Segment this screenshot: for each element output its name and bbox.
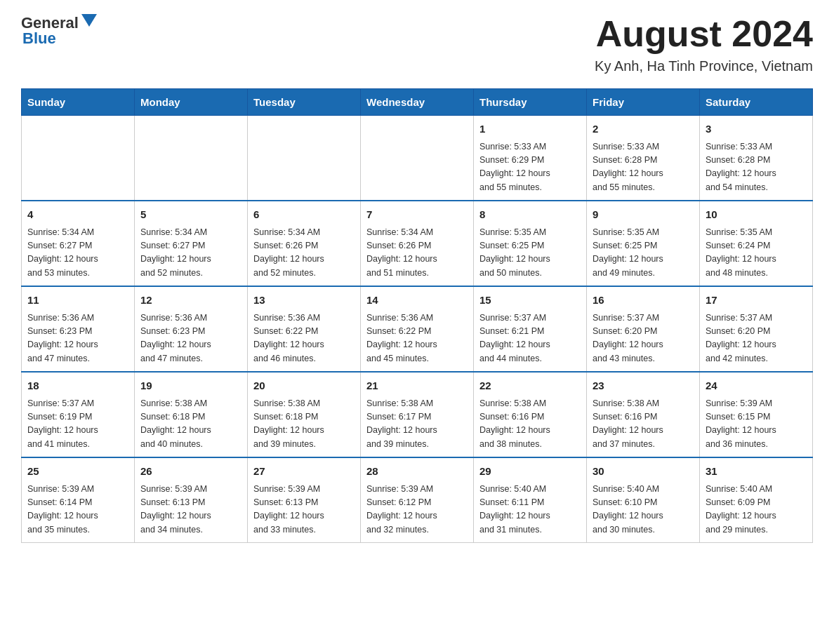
day-info: Sunrise: 5:34 AM Sunset: 6:27 PM Dayligh…	[27, 226, 128, 281]
svg-marker-0	[81, 14, 97, 27]
calendar-day-cell: 15Sunrise: 5:37 AM Sunset: 6:21 PM Dayli…	[474, 286, 587, 372]
day-number: 31	[706, 464, 807, 480]
day-number: 6	[253, 207, 355, 223]
day-number: 26	[140, 464, 241, 480]
calendar-day-cell: 22Sunrise: 5:38 AM Sunset: 6:16 PM Dayli…	[474, 372, 587, 457]
day-info: Sunrise: 5:35 AM Sunset: 6:24 PM Dayligh…	[706, 226, 807, 281]
day-info: Sunrise: 5:35 AM Sunset: 6:25 PM Dayligh…	[593, 226, 694, 281]
day-number: 23	[593, 378, 694, 394]
day-info: Sunrise: 5:39 AM Sunset: 6:14 PM Dayligh…	[27, 483, 128, 537]
calendar-day-cell: 30Sunrise: 5:40 AM Sunset: 6:10 PM Dayli…	[587, 457, 700, 543]
day-number: 24	[706, 378, 807, 394]
logo: General Blue	[21, 14, 97, 48]
day-number: 3	[706, 121, 807, 137]
calendar-header-sunday: Sunday	[22, 89, 135, 116]
calendar-day-cell: 6Sunrise: 5:34 AM Sunset: 6:26 PM Daylig…	[248, 201, 361, 286]
day-info: Sunrise: 5:36 AM Sunset: 6:23 PM Dayligh…	[27, 311, 128, 366]
calendar-header-friday: Friday	[587, 89, 700, 116]
calendar-day-cell: 27Sunrise: 5:39 AM Sunset: 6:13 PM Dayli…	[248, 457, 361, 543]
day-number: 8	[479, 207, 581, 223]
calendar-day-cell: 31Sunrise: 5:40 AM Sunset: 6:09 PM Dayli…	[700, 457, 813, 543]
day-number: 21	[366, 378, 468, 394]
calendar-day-cell: 1Sunrise: 5:33 AM Sunset: 6:29 PM Daylig…	[474, 116, 587, 201]
calendar-day-cell: 3Sunrise: 5:33 AM Sunset: 6:28 PM Daylig…	[700, 116, 813, 201]
day-info: Sunrise: 5:33 AM Sunset: 6:28 PM Dayligh…	[593, 140, 694, 195]
day-info: Sunrise: 5:40 AM Sunset: 6:11 PM Dayligh…	[479, 483, 581, 537]
day-info: Sunrise: 5:39 AM Sunset: 6:13 PM Dayligh…	[140, 483, 241, 537]
logo-arrow-icon	[81, 14, 97, 29]
day-number: 1	[479, 121, 581, 137]
day-info: Sunrise: 5:34 AM Sunset: 6:26 PM Dayligh…	[253, 226, 355, 281]
day-info: Sunrise: 5:34 AM Sunset: 6:27 PM Dayligh…	[140, 226, 241, 281]
day-info: Sunrise: 5:39 AM Sunset: 6:13 PM Dayligh…	[253, 483, 355, 537]
calendar-day-cell: 20Sunrise: 5:38 AM Sunset: 6:18 PM Dayli…	[248, 372, 361, 457]
calendar-header-row: SundayMondayTuesdayWednesdayThursdayFrid…	[22, 89, 813, 116]
day-number: 30	[593, 464, 694, 480]
calendar-day-cell: 10Sunrise: 5:35 AM Sunset: 6:24 PM Dayli…	[700, 201, 813, 286]
calendar-day-cell: 4Sunrise: 5:34 AM Sunset: 6:27 PM Daylig…	[22, 201, 135, 286]
calendar-day-cell: 21Sunrise: 5:38 AM Sunset: 6:17 PM Dayli…	[361, 372, 474, 457]
day-info: Sunrise: 5:39 AM Sunset: 6:15 PM Dayligh…	[706, 397, 807, 452]
day-number: 14	[366, 293, 468, 309]
calendar-day-cell: 26Sunrise: 5:39 AM Sunset: 6:13 PM Dayli…	[135, 457, 248, 543]
calendar-week-row: 1Sunrise: 5:33 AM Sunset: 6:29 PM Daylig…	[22, 116, 813, 201]
month-title: August 2024	[595, 14, 813, 54]
day-number: 2	[593, 121, 694, 137]
day-info: Sunrise: 5:37 AM Sunset: 6:19 PM Dayligh…	[27, 397, 128, 452]
day-number: 17	[706, 293, 807, 309]
day-info: Sunrise: 5:38 AM Sunset: 6:16 PM Dayligh…	[479, 397, 581, 452]
day-number: 25	[27, 464, 128, 480]
calendar-day-cell: 23Sunrise: 5:38 AM Sunset: 6:16 PM Dayli…	[587, 372, 700, 457]
calendar-header-tuesday: Tuesday	[248, 89, 361, 116]
day-number: 27	[253, 464, 355, 480]
day-info: Sunrise: 5:40 AM Sunset: 6:09 PM Dayligh…	[706, 483, 807, 537]
page-header: General Blue August 2024 Ky Anh, Ha Tinh…	[21, 14, 813, 74]
day-info: Sunrise: 5:36 AM Sunset: 6:22 PM Dayligh…	[366, 311, 468, 366]
calendar-day-cell	[22, 116, 135, 201]
day-number: 28	[366, 464, 468, 480]
calendar-day-cell: 16Sunrise: 5:37 AM Sunset: 6:20 PM Dayli…	[587, 286, 700, 372]
day-info: Sunrise: 5:38 AM Sunset: 6:18 PM Dayligh…	[140, 397, 241, 452]
day-info: Sunrise: 5:38 AM Sunset: 6:17 PM Dayligh…	[366, 397, 468, 452]
calendar-week-row: 11Sunrise: 5:36 AM Sunset: 6:23 PM Dayli…	[22, 286, 813, 372]
day-info: Sunrise: 5:34 AM Sunset: 6:26 PM Dayligh…	[366, 226, 468, 281]
day-number: 13	[253, 293, 355, 309]
day-info: Sunrise: 5:33 AM Sunset: 6:28 PM Dayligh…	[706, 140, 807, 195]
day-number: 18	[27, 378, 128, 394]
day-info: Sunrise: 5:37 AM Sunset: 6:20 PM Dayligh…	[593, 311, 694, 366]
calendar-day-cell: 9Sunrise: 5:35 AM Sunset: 6:25 PM Daylig…	[587, 201, 700, 286]
day-number: 19	[140, 378, 241, 394]
day-info: Sunrise: 5:38 AM Sunset: 6:16 PM Dayligh…	[593, 397, 694, 452]
calendar-day-cell: 24Sunrise: 5:39 AM Sunset: 6:15 PM Dayli…	[700, 372, 813, 457]
calendar-week-row: 25Sunrise: 5:39 AM Sunset: 6:14 PM Dayli…	[22, 457, 813, 543]
calendar-header-thursday: Thursday	[474, 89, 587, 116]
calendar-day-cell	[361, 116, 474, 201]
calendar-header-wednesday: Wednesday	[361, 89, 474, 116]
day-number: 12	[140, 293, 241, 309]
title-section: August 2024 Ky Anh, Ha Tinh Province, Vi…	[595, 14, 813, 74]
day-number: 10	[706, 207, 807, 223]
logo-blue-text: Blue	[22, 29, 56, 48]
day-number: 9	[593, 207, 694, 223]
calendar-day-cell: 8Sunrise: 5:35 AM Sunset: 6:25 PM Daylig…	[474, 201, 587, 286]
calendar-day-cell: 5Sunrise: 5:34 AM Sunset: 6:27 PM Daylig…	[135, 201, 248, 286]
day-number: 4	[27, 207, 128, 223]
day-info: Sunrise: 5:40 AM Sunset: 6:10 PM Dayligh…	[593, 483, 694, 537]
day-number: 11	[27, 293, 128, 309]
calendar-day-cell: 7Sunrise: 5:34 AM Sunset: 6:26 PM Daylig…	[361, 201, 474, 286]
calendar-day-cell: 14Sunrise: 5:36 AM Sunset: 6:22 PM Dayli…	[361, 286, 474, 372]
day-number: 22	[479, 378, 581, 394]
calendar-day-cell: 29Sunrise: 5:40 AM Sunset: 6:11 PM Dayli…	[474, 457, 587, 543]
calendar-week-row: 4Sunrise: 5:34 AM Sunset: 6:27 PM Daylig…	[22, 201, 813, 286]
day-number: 20	[253, 378, 355, 394]
calendar-day-cell: 19Sunrise: 5:38 AM Sunset: 6:18 PM Dayli…	[135, 372, 248, 457]
calendar-header-saturday: Saturday	[700, 89, 813, 116]
calendar-day-cell: 25Sunrise: 5:39 AM Sunset: 6:14 PM Dayli…	[22, 457, 135, 543]
day-info: Sunrise: 5:35 AM Sunset: 6:25 PM Dayligh…	[479, 226, 581, 281]
calendar-day-cell: 2Sunrise: 5:33 AM Sunset: 6:28 PM Daylig…	[587, 116, 700, 201]
day-number: 15	[479, 293, 581, 309]
day-info: Sunrise: 5:37 AM Sunset: 6:20 PM Dayligh…	[706, 311, 807, 366]
day-info: Sunrise: 5:33 AM Sunset: 6:29 PM Dayligh…	[479, 140, 581, 195]
calendar-day-cell: 11Sunrise: 5:36 AM Sunset: 6:23 PM Dayli…	[22, 286, 135, 372]
day-number: 5	[140, 207, 241, 223]
